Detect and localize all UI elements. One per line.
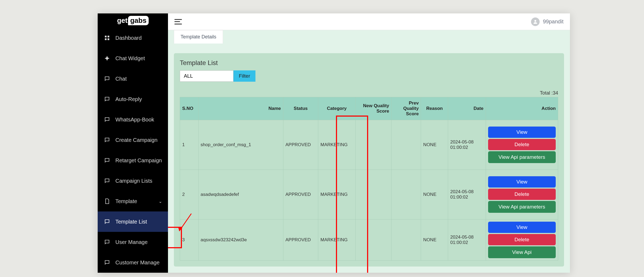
delete-button[interactable]: Delete [488,234,556,245]
cell-nqs [355,220,391,261]
cell-category: MARKETING [318,220,355,261]
table-row: 1shop_order_conf_msg_1APPROVEDMARKETINGN… [180,120,558,170]
svg-rect-1 [108,36,109,37]
create-campaign-icon [104,136,111,143]
chevron-down-icon: ⌄ [159,199,162,204]
app-window: getgabs Dashboard Chat Widget Chat [98,13,570,273]
sidebar-item-label: Template List [115,219,147,225]
sidebar-item-chat[interactable]: Chat [98,69,168,89]
card-title: Template List [180,59,558,67]
total-count: Total :34 [180,90,558,96]
template-list-card: Template List ALL Filter Total :34 S.NO … [174,53,564,267]
auto-reply-icon [104,96,111,103]
user-menu[interactable]: 99pandit [531,17,564,26]
view-button[interactable]: View [488,222,556,233]
cell-status: APPROVED [283,120,318,170]
cell-action: ViewDeleteView Api parameters [486,120,558,170]
filter-button[interactable]: Filter [233,70,255,82]
logo-right: gabs [128,16,149,25]
cell-date: 2024-05-08 01:00:02 [448,120,486,170]
template-list-icon [104,218,111,225]
cell-pqs [391,170,421,220]
sidebar-item-label: Template [115,198,137,204]
avatar-icon [531,17,540,26]
sidebar-item-campaign-lists[interactable]: Campaign Lists [98,171,168,191]
sidebar-item-label: Customer Manage [115,260,160,266]
cell-name: asadwqdsadedefef [198,170,283,220]
view-api-parameters-button[interactable]: View Api parameters [488,201,556,213]
template-icon [104,198,111,205]
main-area: 99pandit Template Details Template List … [168,13,570,273]
svg-rect-0 [105,36,107,37]
sidebar-item-label: WhatsApp-Book [115,117,154,123]
view-api-parameters-button[interactable]: View Api parameters [488,151,556,163]
view-api-parameters-button[interactable]: View Api [488,246,556,258]
cell-reason: NONE [421,220,448,261]
chat-icon [104,75,111,82]
tab-template-details[interactable]: Template Details [174,30,223,44]
user-name: 99pandit [543,19,564,25]
th-status: Status [283,97,318,120]
sidebar-item-label: Chat Widget [115,55,145,62]
th-nqs: New Quality Score [355,97,391,120]
svg-marker-4 [105,56,109,61]
template-table: S.NO Name Status Category New Quality Sc… [180,97,558,261]
tabbar: Template Details [168,30,570,44]
sidebar-item-chat-widget[interactable]: Chat Widget [98,48,168,69]
th-pqs: Prev Quality Score [391,97,421,120]
cell-action: ViewDeleteView Api [486,220,558,261]
sidebar-item-whatsapp-book[interactable]: WhatsApp-Book [98,109,168,130]
logo-left: get [117,16,127,25]
book-icon [104,116,111,123]
sidebar-item-auto-reply[interactable]: Auto-Reply [98,89,168,109]
sidebar-item-label: Chat [115,76,127,82]
cell-category: MARKETING [318,120,355,170]
cell-date: 2024-05-08 01:00:02 [448,220,486,261]
sidebar-item-label: Create Campaign [115,137,158,143]
cell-sno: 2 [180,170,199,220]
cell-name: aqsxssdw323242wd3e [198,220,283,261]
th-action: Action [486,97,558,120]
cell-sno: 1 [180,120,199,170]
sidebar-item-customer-manage[interactable]: Customer Manage [98,252,168,273]
sidebar-item-label: Auto-Reply [115,96,142,102]
logo: getgabs [98,13,168,28]
view-button[interactable]: View [488,176,556,188]
sidebar-item-retarget-campaign[interactable]: Retarget Campaign [98,150,168,171]
select-value: ALL [184,73,193,79]
svg-rect-2 [105,38,107,40]
retarget-icon [104,157,111,164]
svg-point-5 [535,20,536,22]
sidebar-item-template-list[interactable]: Template List [98,211,168,232]
cell-reason: NONE [421,170,448,220]
filter-row: ALL Filter [180,70,558,82]
sidebar-item-user-manage[interactable]: User Manage [98,232,168,252]
dashboard-icon [104,34,111,41]
sidebar-item-create-campaign[interactable]: Create Campaign [98,130,168,150]
sidebar-item-label: Dashboard [115,35,142,41]
cell-status: APPROVED [283,170,318,220]
th-sno: S.NO [180,97,199,120]
sidebar-item-label: Campaign Lists [115,178,152,184]
content: Template Details Template List ALL Filte… [168,30,570,273]
cell-date: 2024-05-08 01:00:02 [448,170,486,220]
cell-pqs [391,220,421,261]
cell-reason: NONE [421,120,448,170]
view-button[interactable]: View [488,127,556,138]
sidebar-item-dashboard[interactable]: Dashboard [98,28,168,48]
delete-button[interactable]: Delete [488,139,556,150]
th-reason: Reason [421,97,448,120]
cell-nqs [355,120,391,170]
delete-button[interactable]: Delete [488,189,556,200]
sidebar-item-template[interactable]: Template ⌄ [98,191,168,211]
widget-icon [104,55,111,62]
cell-sno: 3 [180,220,199,261]
campaign-lists-icon [104,177,111,184]
table-header-row: S.NO Name Status Category New Quality Sc… [180,97,558,120]
sidebar-item-label: User Manage [115,239,148,245]
customer-manage-icon [104,259,111,266]
tab-label: Template Details [181,34,216,39]
menu-toggle-icon[interactable] [174,19,182,24]
status-filter-select[interactable]: ALL [180,70,233,82]
cell-category: MARKETING [318,170,355,220]
